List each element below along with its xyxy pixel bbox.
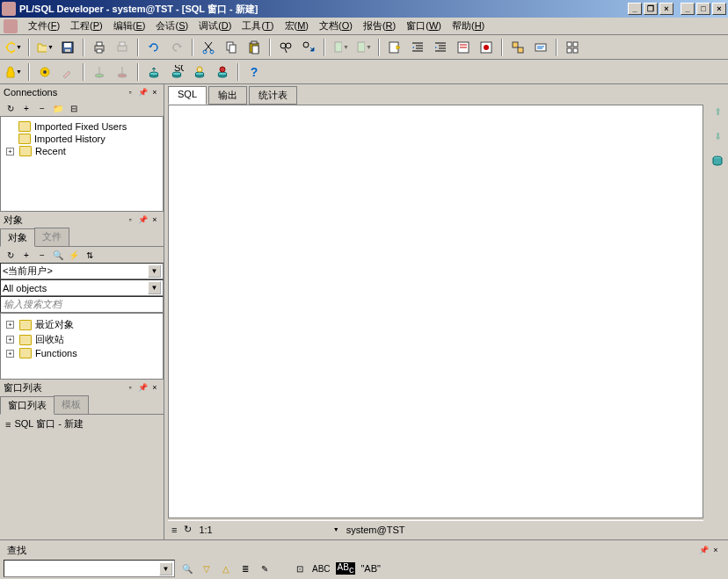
list-item[interactable]: ≡ SQL 窗口 - 新建 (2, 416, 162, 431)
panel-pin-icon[interactable]: 📌 (698, 545, 709, 555)
drive-icon[interactable]: ⊟ (67, 101, 81, 115)
tab-sql[interactable]: SQL (168, 86, 207, 105)
search-input[interactable]: 输入搜索文档 (0, 296, 164, 313)
find-icon[interactable]: 🔍 (180, 561, 194, 575)
menu-tools[interactable]: 工具(T) (237, 18, 279, 34)
save-button[interactable] (58, 38, 77, 57)
panel-dropdown-icon[interactable]: ▫ (125, 382, 135, 393)
tab-windowlist[interactable]: 窗口列表 (0, 396, 55, 415)
menu-project[interactable]: 工程(P) (65, 18, 108, 34)
print-button[interactable] (90, 38, 109, 57)
tab-stats[interactable]: 统计表 (249, 86, 297, 105)
tree-item[interactable]: Imported History (3, 133, 161, 145)
abc-label[interactable]: ABC (312, 564, 331, 574)
add-icon[interactable]: + (19, 248, 33, 262)
nav-up-icon[interactable]: ⬆ (708, 102, 727, 121)
panel-close-icon[interactable]: × (149, 87, 160, 98)
panel-pin-icon[interactable]: 📌 (137, 214, 148, 225)
panel-pin-icon[interactable]: 📌 (137, 382, 148, 393)
tab-files[interactable]: 文件 (34, 228, 69, 246)
remove-icon[interactable]: − (35, 101, 49, 115)
app-menu-icon[interactable] (4, 19, 18, 33)
minimize-button[interactable]: _ (681, 3, 695, 15)
tab-output[interactable]: 输出 (208, 86, 247, 105)
find-next-icon[interactable]: △ (219, 561, 233, 575)
connections-tree[interactable]: Imported Fixed Users Imported History + … (0, 116, 164, 212)
refresh-status-icon[interactable]: ↻ (184, 524, 192, 535)
panel-close-icon[interactable]: × (149, 214, 160, 225)
help-button[interactable]: ? (244, 62, 264, 82)
menu-debug[interactable]: 调试(D) (193, 18, 237, 34)
panel-pin-icon[interactable]: 📌 (137, 87, 148, 98)
find-icon[interactable]: 🔍 (51, 248, 65, 262)
break-button[interactable] (190, 62, 209, 82)
close-button[interactable]: × (712, 3, 726, 15)
kill-button[interactable] (213, 62, 232, 82)
expand-icon[interactable]: + (6, 321, 14, 329)
type-combo[interactable]: All objects ▼ (0, 279, 164, 296)
refresh-icon[interactable]: ↻ (4, 101, 18, 115)
execute-button[interactable] (385, 38, 404, 57)
maximize-button[interactable]: □ (696, 3, 710, 15)
panel-close-icon[interactable]: × (149, 382, 160, 393)
beautifier-button[interactable] (58, 62, 77, 82)
menu-window[interactable]: 窗口(W) (401, 18, 447, 34)
doc-close-button[interactable]: × (659, 3, 673, 15)
find-all-icon[interactable]: ≣ (238, 561, 252, 575)
ab-quote-label[interactable]: "AB" (360, 563, 380, 574)
dropdown-icon[interactable]: ▼ (159, 562, 172, 575)
print-preview-button[interactable] (113, 38, 132, 57)
expand-icon[interactable]: + (6, 336, 14, 344)
find-button[interactable] (276, 38, 295, 57)
new-button[interactable]: ▼ (4, 38, 23, 57)
search-input[interactable]: ▼ (4, 560, 175, 577)
sql-textarea[interactable] (169, 105, 703, 517)
menu-help[interactable]: 帮助(H) (447, 18, 490, 34)
tree-item[interactable]: + Recent (3, 145, 161, 157)
remove-icon[interactable]: − (35, 248, 49, 262)
doc-minimize-button[interactable]: _ (628, 3, 642, 15)
comment-button[interactable] (454, 38, 473, 57)
menu-session[interactable]: 会话(S) (150, 18, 193, 34)
regex-icon[interactable]: ⊡ (293, 561, 307, 575)
redo-button[interactable] (167, 38, 186, 57)
doc-restore-button[interactable]: ❐ (644, 3, 658, 15)
bookmark-add-button[interactable]: ▼ (331, 38, 350, 57)
database-icon[interactable] (708, 151, 727, 170)
bookmark-goto-button[interactable]: ▼ (353, 38, 373, 57)
dropdown-icon[interactable]: ▼ (148, 264, 161, 278)
sort-icon[interactable]: ⇅ (83, 248, 97, 262)
tree-item[interactable]: Imported Fixed Users (3, 120, 161, 133)
commit-button[interactable] (144, 62, 164, 82)
menu-doc[interactable]: 文档(O) (314, 18, 358, 34)
uncomment-button[interactable] (477, 38, 496, 57)
open-button[interactable]: ▼ (35, 38, 55, 57)
objects-tree[interactable]: + 最近对象 + 回收站 + Functions (0, 313, 164, 380)
folder-icon[interactable]: 📁 (51, 101, 65, 115)
find-prev-icon[interactable]: ▽ (200, 561, 214, 575)
undo-button[interactable] (144, 38, 164, 57)
filter-icon[interactable]: ⚡ (67, 248, 81, 262)
panel-dropdown-icon[interactable]: ▫ (125, 87, 135, 98)
tree-item[interactable]: + Functions (3, 347, 161, 359)
menu-edit[interactable]: 编辑(E) (108, 18, 151, 34)
code-assist-button[interactable] (531, 38, 550, 57)
menu-file[interactable]: 文件(F) (23, 18, 65, 34)
logon-button[interactable]: ▼ (4, 62, 23, 82)
copy-button[interactable] (222, 38, 241, 57)
panel-dropdown-icon[interactable]: ▫ (125, 214, 135, 225)
user-combo[interactable]: <当前用户> ▼ (0, 263, 164, 279)
nav-down-icon[interactable]: ⬇ (708, 127, 727, 146)
ab-highlight-icon[interactable]: ABc (336, 562, 356, 575)
indent-left-button[interactable] (408, 38, 427, 57)
menu-report[interactable]: 报告(R) (358, 18, 401, 34)
dropdown-icon[interactable]: ▼ (333, 526, 339, 532)
tab-objects[interactable]: 对象 (0, 228, 35, 247)
add-icon[interactable]: + (19, 101, 33, 115)
windowlist-tree[interactable]: ≡ SQL 窗口 - 新建 (0, 415, 164, 539)
paste-button[interactable] (244, 38, 264, 57)
preferences-button[interactable] (35, 62, 55, 82)
window-list-button[interactable] (563, 38, 582, 57)
highlight-icon[interactable]: ✎ (258, 561, 272, 575)
splitter-icon[interactable]: ≡ (171, 525, 177, 535)
